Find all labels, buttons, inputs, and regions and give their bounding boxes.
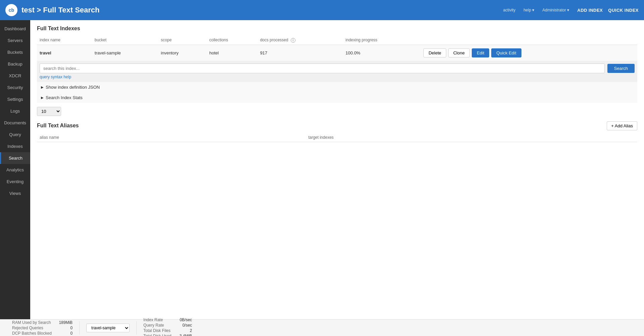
col-index-name: index name <box>37 36 92 45</box>
stat-ram-used: RAM Used by Search 189MiB <box>12 320 73 325</box>
col-bucket: bucket <box>92 36 158 45</box>
pagination-row: 10 25 50 100 <box>37 107 637 116</box>
cell-bucket: travel-sample <box>92 45 158 61</box>
quick-edit-button[interactable]: Quick Edit <box>491 48 521 57</box>
sidebar-item-documents[interactable]: Documents <box>0 117 30 129</box>
activity-link[interactable]: activity <box>503 8 516 12</box>
main-content: Full Text Indexes index name bucket scop… <box>30 20 644 319</box>
sidebar-item-views[interactable]: Views <box>0 187 30 199</box>
search-row: Search query syntax help <box>37 61 637 82</box>
col-docs-processed: docs processed i <box>257 36 343 45</box>
layout: Dashboard Servers Buckets Backup XDCR Se… <box>0 20 644 319</box>
sidebar-item-dashboard[interactable]: Dashboard <box>0 23 30 35</box>
top-action-buttons: ADD INDEX QUICK INDEX <box>577 8 639 13</box>
stat-dcp-label: DCP Batches Blocked <box>12 331 52 336</box>
search-button[interactable]: Search <box>607 64 635 73</box>
search-index-stats-label: Search Index Stats <box>46 95 83 100</box>
stat-disk-files-label: Total Disk Files <box>143 328 171 333</box>
clone-button[interactable]: Clone <box>448 48 470 57</box>
stat-disk-used-value: 3.4MiB <box>179 334 192 336</box>
edit-button[interactable]: Edit <box>472 48 489 57</box>
aliases-title: Full Text Aliases <box>37 123 79 129</box>
stat-disk-files-value: 2 <box>190 328 192 333</box>
stat-dcp-batches: DCP Batches Blocked 0 <box>12 331 73 336</box>
logo-text: cb <box>9 7 14 13</box>
cell-docs-processed: 917 <box>257 45 343 61</box>
table-row: travel travel-sample inventory hotel 917… <box>37 45 637 61</box>
stat-query-rate-value: 0/sec <box>182 323 192 328</box>
top-bar: cb test > Full Text Search activity help… <box>0 0 644 20</box>
sidebar: Dashboard Servers Buckets Backup XDCR Se… <box>0 20 30 319</box>
stat-index-rate: Index Rate 0B/sec <box>143 318 192 322</box>
stat-dcp-value: 0 <box>70 331 73 336</box>
stat-rejected-label: Rejected Queries <box>12 326 43 330</box>
col-indexing-progress: indexing progress <box>343 36 421 45</box>
aliases-header: Full Text Aliases + Add Alias <box>37 121 637 130</box>
aliases-table: alias name target indexes <box>37 133 637 142</box>
status-bar: RAM Used by Search 189MiB Rejected Queri… <box>0 319 644 336</box>
col-collections: collections <box>206 36 257 45</box>
sidebar-item-xdcr[interactable]: XDCR <box>0 70 30 82</box>
top-bar-right: activity help ▾ Administrator ▾ ADD INDE… <box>503 8 639 13</box>
add-alias-button[interactable]: + Add Alias <box>607 121 637 130</box>
col-actions <box>421 36 637 45</box>
show-index-definition-row: ▶ Show index definition JSON <box>37 82 637 92</box>
search-index-stats-trigger[interactable]: ▶ Search Index Stats <box>37 92 637 103</box>
show-index-definition-label: Show index definition JSON <box>46 85 100 90</box>
stat-disk-used-label: Total Disk Used <box>143 334 171 336</box>
app-title: test > Full Text Search <box>21 6 100 14</box>
left-stats-section: RAM Used by Search 189MiB Rejected Queri… <box>5 320 79 336</box>
stat-rejected-value: 0 <box>70 326 73 330</box>
search-input-group: Search <box>40 64 635 73</box>
col-target-indexes: target indexes <box>306 133 637 142</box>
search-index-stats-row: ▶ Search Index Stats <box>37 92 637 103</box>
stats-collapse-arrow-icon: ▶ <box>41 96 44 99</box>
cell-scope: inventory <box>158 45 206 61</box>
right-stats-section: Index Rate 0B/sec Query Rate 0/sec Total… <box>137 318 199 336</box>
query-syntax-link[interactable]: query syntax help <box>40 75 71 79</box>
cell-index-name: travel <box>37 45 92 61</box>
show-index-definition-trigger[interactable]: ▶ Show index definition JSON <box>37 82 637 92</box>
stat-ram-value: 189MiB <box>59 320 73 325</box>
action-buttons: Delete Clone Edit Quick Edit <box>423 48 635 57</box>
stat-query-rate: Query Rate 0/sec <box>143 323 192 328</box>
col-alias-name: alias name <box>37 133 306 142</box>
sidebar-item-logs[interactable]: Logs <box>0 105 30 117</box>
stat-index-rate-label: Index Rate <box>143 318 163 322</box>
sidebar-item-analytics[interactable]: Analytics <box>0 164 30 176</box>
stat-disk-files: Total Disk Files 2 <box>143 328 192 333</box>
sidebar-item-query[interactable]: Query <box>0 129 30 140</box>
full-text-indexes-title: Full Text Indexes <box>37 26 637 32</box>
page-title-header: Full Text Search <box>43 6 99 14</box>
search-input[interactable] <box>40 64 605 73</box>
sidebar-item-eventing[interactable]: Eventing <box>0 176 30 187</box>
add-index-button[interactable]: ADD INDEX <box>577 8 603 13</box>
help-link[interactable]: help ▾ <box>523 8 534 12</box>
stat-query-rate-label: Query Rate <box>143 323 164 328</box>
sidebar-item-settings[interactable]: Settings <box>0 93 30 105</box>
sidebar-item-buckets[interactable]: Buckets <box>0 46 30 58</box>
sidebar-item-search[interactable]: Search <box>0 152 30 164</box>
sidebar-item-servers[interactable]: Servers <box>0 35 30 46</box>
indexes-table: index name bucket scope collections docs… <box>37 36 637 103</box>
stat-index-rate-value: 0B/sec <box>180 318 192 322</box>
breadcrumb-prefix: test > <box>21 6 43 14</box>
cell-actions: Delete Clone Edit Quick Edit <box>421 45 637 61</box>
sidebar-item-backup[interactable]: Backup <box>0 58 30 70</box>
bucket-selector[interactable]: travel-sample <box>86 324 130 332</box>
status-divider-1 <box>79 321 80 335</box>
page-size-select[interactable]: 10 25 50 100 <box>37 107 61 116</box>
stat-rejected-queries: Rejected Queries 0 <box>12 326 73 330</box>
top-bar-left: cb test > Full Text Search <box>5 4 100 16</box>
aliases-section: Full Text Aliases + Add Alias alias name… <box>37 121 637 142</box>
quick-index-button[interactable]: QUICK INDEX <box>608 8 639 13</box>
logo[interactable]: cb <box>5 4 17 16</box>
search-cell: Search query syntax help <box>37 61 637 82</box>
admin-link[interactable]: Administrator ▾ <box>542 8 569 12</box>
stat-disk-used: Total Disk Used 3.4MiB <box>143 334 192 336</box>
sidebar-item-security[interactable]: Security <box>0 82 30 93</box>
sidebar-item-indexes[interactable]: Indexes <box>0 140 30 152</box>
collapse-arrow-icon: ▶ <box>41 85 44 89</box>
docs-processed-info-icon[interactable]: i <box>291 38 295 43</box>
delete-button[interactable]: Delete <box>423 48 446 57</box>
